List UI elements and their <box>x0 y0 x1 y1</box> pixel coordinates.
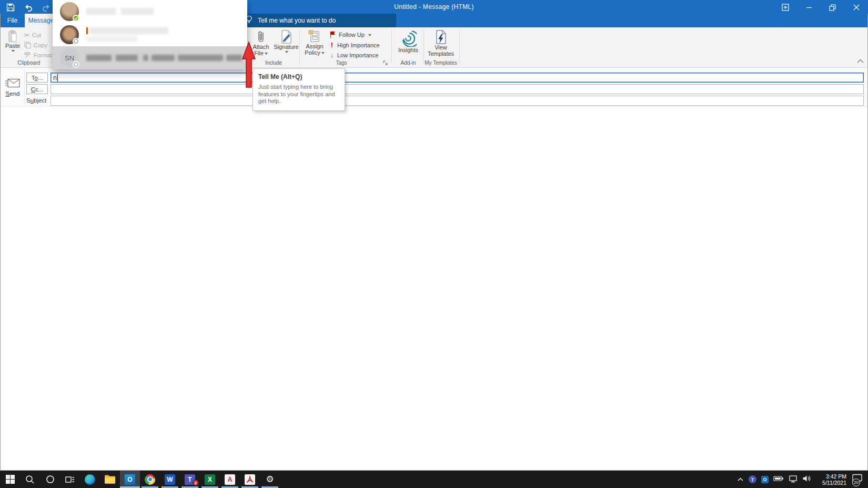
paste-clipboard-icon <box>7 30 18 43</box>
high-importance-icon: ! <box>329 41 335 49</box>
close-icon[interactable] <box>844 0 868 15</box>
taskbar-word-button[interactable]: W <box>160 471 180 488</box>
tray-chevron-up-icon[interactable] <box>737 476 744 483</box>
text-cursor <box>57 74 58 82</box>
subject-input[interactable] <box>51 96 864 106</box>
low-importance-button[interactable]: ↓ Low Importance <box>329 51 378 59</box>
signature-icon <box>280 30 292 44</box>
to-input[interactable]: n <box>51 73 864 83</box>
window-controls <box>773 0 868 15</box>
search-icon <box>25 475 35 484</box>
cortana-icon <box>46 475 55 484</box>
redacted-email <box>226 55 242 61</box>
teams-notification-badge: 2 <box>193 480 199 486</box>
volume-icon[interactable] <box>802 475 811 484</box>
paste-label: Paste <box>5 43 20 49</box>
chrome-icon <box>145 474 155 485</box>
taskbar-teams-button[interactable]: T 2 <box>180 471 200 488</box>
tab-file[interactable]: File <box>0 14 25 27</box>
message-body-editor[interactable] <box>0 107 868 471</box>
action-center-button[interactable]: 20 <box>851 474 865 485</box>
flag-icon <box>329 31 336 38</box>
tray-clock[interactable]: 3:42 PM 5/11/2021 <box>816 473 846 486</box>
outlook-compose-window: Untitled - Message (HTML) File Message T… <box>0 0 868 488</box>
copy-button[interactable]: Copy <box>24 42 47 48</box>
taskbar-autocad-button[interactable]: A <box>220 471 240 488</box>
redacted-text-mark <box>86 27 88 34</box>
acrobat-icon <box>245 474 255 485</box>
follow-up-dropdown-icon <box>368 34 371 38</box>
battery-icon[interactable] <box>773 475 784 484</box>
presence-available-icon <box>73 15 79 22</box>
divider <box>24 70 25 105</box>
cut-button[interactable]: ✂ Cut <box>24 32 41 39</box>
taskbar-outlook-button[interactable]: O <box>120 471 140 488</box>
taskbar-cortana-button[interactable] <box>40 471 60 488</box>
annotation-arrow-up <box>241 41 256 90</box>
collapse-ribbon-icon[interactable] <box>856 58 864 65</box>
taskbar-task-view-button[interactable] <box>60 471 80 488</box>
format-painter-icon <box>24 52 31 58</box>
view-templates-button[interactable]: View Templates <box>426 28 456 57</box>
to-button[interactable]: To... <box>26 73 48 83</box>
taskbar-settings-button[interactable]: ⚙ <box>260 471 280 488</box>
redacted-email <box>178 55 223 61</box>
taskbar-excel-button[interactable]: X <box>200 471 220 488</box>
task-view-icon <box>65 475 75 484</box>
redacted-name <box>86 55 112 61</box>
tooltip-title: Tell Me (Alt+Q) <box>258 73 339 80</box>
suggestion-row[interactable] <box>53 0 247 23</box>
redacted-name <box>116 55 138 61</box>
redacted-name <box>121 8 154 15</box>
view-templates-icon <box>435 30 447 44</box>
ribbon-display-options-icon[interactable] <box>773 0 797 15</box>
taskbar-chrome-button[interactable] <box>140 471 160 488</box>
send-label: Send <box>6 90 20 97</box>
taskbar-edge-button[interactable] <box>80 471 100 488</box>
taskbar-file-explorer-button[interactable] <box>100 471 120 488</box>
tooltip-body: Just start typing here to bring features… <box>258 84 339 105</box>
insights-button[interactable]: Insights <box>395 28 422 53</box>
tray-outlook-icon[interactable]: O <box>761 476 769 483</box>
minimize-icon[interactable] <box>797 0 821 15</box>
suggestion-row[interactable] <box>53 23 247 46</box>
low-importance-icon: ↓ <box>329 51 335 59</box>
paperclip-icon <box>257 30 265 44</box>
cc-button[interactable]: Cc... <box>26 84 48 94</box>
restore-icon[interactable] <box>821 0 844 15</box>
to-value: n <box>53 74 57 82</box>
assign-policy-button[interactable]: Assign Policy <box>302 28 327 56</box>
clock-time: 3:42 PM <box>816 473 846 480</box>
scissors-icon: ✂ <box>24 32 29 39</box>
tell-me-label: Tell me what you want to do <box>258 17 336 24</box>
redacted-name <box>86 36 138 42</box>
presence-unknown-icon <box>73 61 79 68</box>
signature-button[interactable]: Signature <box>274 28 299 54</box>
cc-input[interactable] <box>51 84 864 94</box>
follow-up-button[interactable]: Follow Up <box>329 31 371 38</box>
subject-label: Subject <box>26 97 46 104</box>
excel-icon: X <box>205 474 215 485</box>
notification-count-badge: 20 <box>852 479 860 486</box>
tell-me-tooltip: Tell Me (Alt+Q) Just start typing here t… <box>253 68 345 111</box>
tags-group-label: Tags <box>302 60 381 66</box>
clipboard-group-label: Clipboard <box>0 60 58 66</box>
tray-teams-icon[interactable]: T <box>749 475 756 483</box>
insights-spiral-icon <box>400 30 417 47</box>
taskbar-search-button[interactable] <box>20 471 40 488</box>
file-explorer-icon <box>104 474 116 484</box>
paste-button[interactable]: Paste <box>2 28 23 53</box>
high-importance-button[interactable]: ! High Importance <box>329 41 380 49</box>
attach-dropdown-icon <box>265 53 268 56</box>
network-icon[interactable] <box>789 475 798 484</box>
tags-dialog-launcher-icon[interactable] <box>382 60 388 67</box>
system-tray: T O 3:42 PM 5/11/2021 20 <box>737 471 867 488</box>
send-button[interactable]: Send <box>2 70 23 104</box>
tell-me-search[interactable]: Tell me what you want to do <box>239 14 396 27</box>
settings-gear-icon: ⚙ <box>266 475 274 484</box>
assign-policy-icon <box>308 30 321 43</box>
signature-dropdown-icon <box>285 51 288 55</box>
taskbar-start-button[interactable] <box>0 471 20 488</box>
suggestion-row-selected[interactable]: SN <box>53 46 247 69</box>
taskbar-acrobat-button[interactable] <box>240 471 260 488</box>
